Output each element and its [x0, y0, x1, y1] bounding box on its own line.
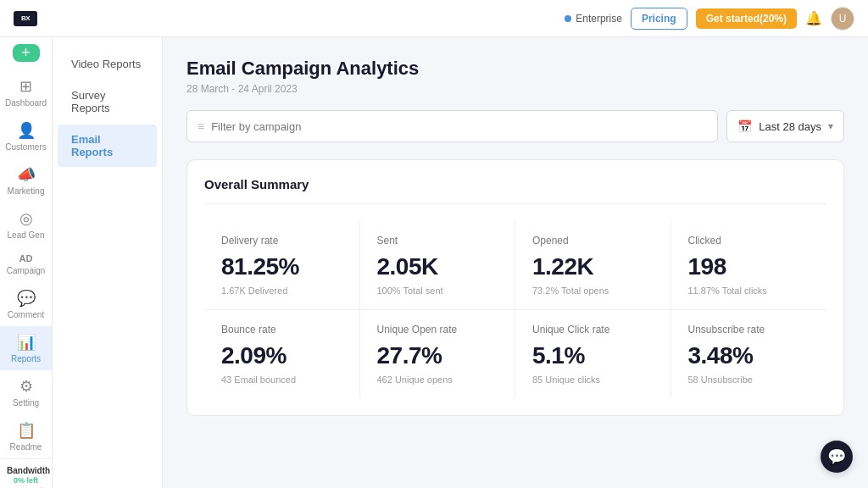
summary-title: Overall Summary — [204, 177, 826, 204]
stat-label: Clicked — [688, 235, 810, 247]
stat-sub: 85 Unique clicks — [532, 374, 654, 385]
stat-value: 27.7% — [377, 342, 498, 369]
plus-icon: + — [21, 44, 31, 62]
stat-cell: Unique Click rate 5.1% 85 Unique clicks — [515, 310, 671, 398]
stat-label: Delivery rate — [221, 235, 342, 247]
stat-value: 3.48% — [688, 342, 810, 369]
bandwidth-section: Bandwidth 0% left 4.13 GB / 81.84 PB — [0, 458, 52, 488]
sidebar-item-campaign[interactable]: AD Campaign — [0, 247, 52, 282]
stat-value: 2.05K — [377, 253, 498, 280]
chat-icon: 💬 — [827, 447, 846, 466]
enterprise-label: Enterprise — [576, 13, 622, 25]
stat-label: Unsubscribe rate — [688, 324, 810, 336]
stat-value: 1.22K — [532, 253, 654, 280]
setting-icon: ⚙ — [19, 377, 33, 396]
top-bar-left: BX — [14, 11, 37, 26]
enterprise-dot-icon — [565, 15, 571, 22]
readme-icon: 📋 — [17, 421, 36, 440]
chat-fab[interactable]: 💬 — [821, 441, 853, 473]
app-container: BX Enterprise Pricing Get started(20%) 🔔… — [0, 0, 868, 488]
sidebar-item-reports[interactable]: 📊 Reports — [0, 326, 52, 370]
stat-sub: 100% Total sent — [377, 286, 498, 296]
pricing-button[interactable]: Pricing — [631, 8, 687, 30]
stat-cell: Unsubscribe rate 3.48% 58 Unsubscribe — [671, 310, 827, 398]
filter-icon: ≡ — [198, 119, 204, 133]
date-filter[interactable]: 📅 Last 28 days ▾ — [726, 110, 844, 142]
sidebar-item-customers[interactable]: 👤 Customers — [0, 114, 52, 158]
sidebar-item-readme[interactable]: 📋 Readme — [0, 414, 52, 458]
sidebar-item-marketing[interactable]: 📣 Marketing — [0, 158, 52, 202]
sidebar-label-leadgen: Lead Gen — [8, 230, 45, 240]
logo-text: BX — [21, 14, 30, 22]
sidebar-label-campaign: Campaign — [7, 266, 46, 275]
stat-sub: 11.87% Total clicks — [688, 286, 810, 296]
stat-value: 81.25% — [221, 253, 342, 280]
avatar[interactable]: U — [831, 7, 854, 30]
sidebar-label-marketing: Marketing — [8, 186, 45, 196]
reports-icon: 📊 — [17, 333, 36, 352]
stat-sub: 1.67K Delivered — [221, 286, 342, 296]
stat-cell: Unique Open rate 27.7% 462 Unique opens — [360, 310, 516, 398]
logo: BX — [14, 11, 37, 26]
campaign-icon: AD — [19, 253, 33, 263]
stat-cell: Bounce rate 2.09% 43 Email bounced — [204, 310, 360, 398]
dashboard-icon: ⊞ — [19, 77, 32, 96]
stat-label: Sent — [377, 235, 498, 247]
sidebar: + ⊞ Dashboard 👤 Customers 📣 Marketing ◎ … — [0, 37, 53, 488]
sidebar-label-reports: Reports — [11, 354, 41, 363]
sidebar-item-comment[interactable]: 💬 Comment — [0, 282, 52, 326]
stat-sub: 58 Unsubscribe — [688, 374, 810, 385]
subnav-survey-reports[interactable]: Survey Reports — [58, 80, 157, 123]
stat-cell: Clicked 198 11.87% Total clicks — [671, 221, 827, 310]
sub-nav: Video Reports Survey Reports Email Repor… — [53, 37, 163, 488]
stat-cell: Delivery rate 81.25% 1.67K Delivered — [204, 221, 360, 310]
stat-value: 198 — [688, 253, 810, 280]
subnav-email-reports[interactable]: Email Reports — [58, 125, 157, 167]
enterprise-badge: Enterprise — [565, 13, 622, 25]
sidebar-label-dashboard: Dashboard — [5, 98, 47, 108]
stat-label: Unique Open rate — [377, 324, 498, 336]
stat-cell: Sent 2.05K 100% Total sent — [360, 221, 516, 310]
bandwidth-label: Bandwidth 0% left — [7, 466, 45, 485]
stat-sub: 73.2% Total opens — [532, 286, 654, 296]
filter-bar: ≡ 📅 Last 28 days ▾ — [186, 110, 844, 142]
bandwidth-free-label: 0% left — [14, 476, 38, 485]
leadgen-icon: ◎ — [19, 209, 33, 228]
main-content: Email Campaign Analytics 28 March - 24 A… — [163, 37, 868, 488]
summary-card: Overall Summary Delivery rate 81.25% 1.6… — [186, 159, 844, 416]
sidebar-item-setting[interactable]: ⚙ Setting — [0, 370, 52, 414]
bell-icon[interactable]: 🔔 — [805, 10, 822, 26]
stat-value: 5.1% — [532, 342, 654, 369]
sidebar-item-leadgen[interactable]: ◎ Lead Gen — [0, 202, 52, 247]
add-button[interactable]: + — [13, 44, 40, 62]
sidebar-bottom: Bandwidth 0% left 4.13 GB / 81.84 PB — [0, 458, 52, 488]
sidebar-item-dashboard[interactable]: ⊞ Dashboard — [0, 70, 52, 114]
stat-label: Opened — [532, 235, 654, 247]
content-area: Video Reports Survey Reports Email Repor… — [53, 37, 868, 488]
stat-label: Bounce rate — [221, 324, 342, 336]
marketing-icon: 📣 — [17, 165, 36, 184]
stats-grid: Delivery rate 81.25% 1.67K Delivered Sen… — [204, 221, 826, 398]
filter-input[interactable] — [211, 120, 707, 133]
page-title: Email Campaign Analytics — [186, 58, 844, 80]
sidebar-label-comment: Comment — [8, 310, 44, 319]
filter-input-wrap: ≡ — [186, 110, 718, 142]
page-subtitle: 28 March - 24 April 2023 — [186, 83, 844, 95]
customers-icon: 👤 — [17, 121, 36, 140]
main-area: + ⊞ Dashboard 👤 Customers 📣 Marketing ◎ … — [0, 37, 868, 488]
top-bar: BX Enterprise Pricing Get started(20%) 🔔… — [0, 0, 868, 37]
stat-sub: 462 Unique opens — [377, 374, 498, 385]
get-started-button[interactable]: Get started(20%) — [696, 8, 797, 29]
sidebar-label-setting: Setting — [13, 398, 39, 408]
top-bar-right: Enterprise Pricing Get started(20%) 🔔 U — [565, 7, 854, 30]
stat-sub: 43 Email bounced — [221, 374, 342, 385]
sidebar-label-customers: Customers — [5, 142, 46, 152]
subnav-video-reports[interactable]: Video Reports — [58, 49, 157, 79]
chevron-down-icon: ▾ — [828, 120, 833, 132]
stat-cell: Opened 1.22K 73.2% Total opens — [515, 221, 671, 310]
stat-label: Unique Click rate — [532, 324, 654, 336]
comment-icon: 💬 — [17, 289, 36, 308]
calendar-icon: 📅 — [737, 119, 752, 133]
stat-value: 2.09% — [221, 342, 342, 369]
sidebar-label-readme: Readme — [10, 442, 42, 452]
